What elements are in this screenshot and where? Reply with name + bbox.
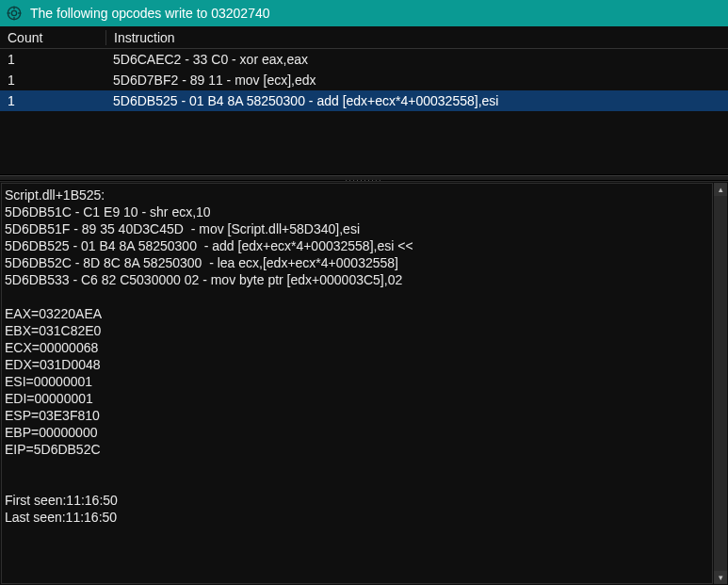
scroll-up-button[interactable]: ▴ [714,183,727,196]
cell-count: 1 [0,93,105,108]
table-row[interactable]: 15D6CAEC2 - 33 C0 - xor eax,eax [0,49,728,70]
table-body: 15D6CAEC2 - 33 C0 - xor eax,eax15D6D7BF2… [0,49,728,111]
scroll-down-button[interactable]: ▾ [714,571,727,584]
column-header-count[interactable]: Count [0,30,105,45]
cell-instruction: 5D6CAEC2 - 33 C0 - xor eax,eax [105,52,728,67]
cell-instruction: 5D6D7BF2 - 89 11 - mov [ecx],edx [105,73,728,88]
cell-count: 1 [0,73,105,88]
app-icon [6,5,23,22]
cell-instruction: 5D6DB525 - 01 B4 8A 58250300 - add [edx+… [105,93,728,108]
window-title: The following opcodes write to 03202740 [30,6,270,21]
details-panel: Script.dll+1B525: 5D6DB51C - C1 E9 10 - … [0,181,728,585]
table-header-row: Count Instruction [0,26,728,49]
column-header-instruction[interactable]: Instruction [105,30,728,45]
table-row[interactable]: 15D6D7BF2 - 89 11 - mov [ecx],edx [0,70,728,90]
table-row[interactable]: 15D6DB525 - 01 B4 8A 58250300 - add [edx… [0,90,728,111]
details-text[interactable]: Script.dll+1B525: 5D6DB51C - C1 E9 10 - … [1,183,713,584]
vertical-scrollbar[interactable]: ▴ ▾ [714,183,727,584]
svg-point-1 [11,10,16,15]
opcode-list-panel: Count Instruction 15D6CAEC2 - 33 C0 - xo… [0,26,728,175]
titlebar[interactable]: The following opcodes write to 03202740 [0,0,728,26]
cell-count: 1 [0,52,105,67]
